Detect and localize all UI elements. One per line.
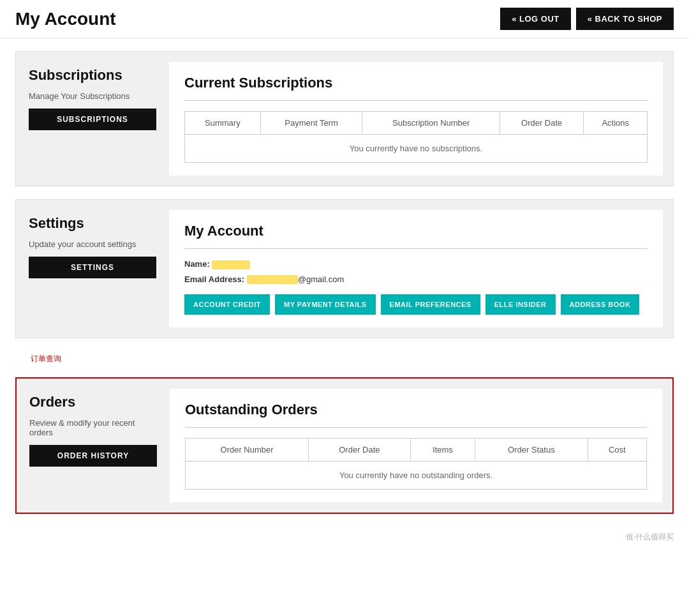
current-subscriptions-heading: Current Subscriptions (184, 75, 648, 91)
orders-description: Review & modify your recent orders (29, 418, 157, 437)
col-payment-term: Payment Term (260, 112, 362, 135)
email-redacted (247, 275, 298, 284)
account-actions: ACCOUNT CREDIT MY PAYMENT DETAILS EMAIL … (184, 294, 648, 315)
subscriptions-right: Current Subscriptions Summary Payment Te… (169, 62, 663, 176)
col-summary: Summary (185, 112, 261, 135)
subscriptions-empty-message: You currently have no subscriptions. (185, 135, 648, 163)
outstanding-orders-heading: Outstanding Orders (185, 402, 647, 418)
logout-button[interactable]: « LOG OUT (500, 8, 571, 30)
orders-left: Orders Review & modify your recent order… (17, 379, 170, 513)
account-email-row: Email Address: @gmail.com (184, 274, 648, 285)
subscriptions-table-header: Summary Payment Term Subscription Number… (185, 112, 648, 135)
account-credit-button[interactable]: ACCOUNT CREDIT (184, 294, 270, 315)
col-subscription-number: Subscription Number (362, 112, 500, 135)
orders-table-body: You currently have no outstanding orders… (186, 462, 647, 490)
elle-insider-button[interactable]: ELLE INSIDER (485, 294, 556, 315)
email-label: Email Address: (184, 274, 244, 284)
watermark: 值·什么值得买 (0, 527, 689, 548)
col-actions: Actions (584, 112, 648, 135)
col-order-date: Order Date (500, 112, 583, 135)
page-title: My Account (15, 9, 116, 29)
back-to-shop-button[interactable]: « BACK TO SHOP (576, 8, 674, 30)
settings-left: Settings Update your account settings SE… (16, 200, 169, 338)
orders-section: Orders Review & modify your recent order… (15, 377, 674, 514)
subscriptions-button[interactable]: SUBSCRIPTIONS (29, 109, 156, 130)
name-label: Name: (184, 259, 210, 269)
col-order-status: Order Status (475, 439, 588, 462)
email-preferences-button[interactable]: EMAIL PREFERENCES (381, 294, 480, 315)
orders-heading: Orders (29, 394, 157, 410)
settings-divider (184, 248, 648, 249)
settings-description: Update your account settings (29, 239, 156, 249)
orders-empty-row: You currently have no outstanding orders… (186, 462, 647, 490)
name-redacted (212, 260, 250, 269)
col-order-number: Order Number (186, 439, 309, 462)
account-name-row: Name: (184, 259, 648, 269)
page-header: My Account « LOG OUT « BACK TO SHOP (0, 0, 689, 38)
watermark-text: 值·什么值得买 (626, 532, 674, 541)
orders-table-header: Order Number Order Date Items Order Stat… (186, 439, 647, 462)
orders-header-row: Order Number Order Date Items Order Stat… (186, 439, 647, 462)
subscriptions-empty-row: You currently have no subscriptions. (185, 135, 648, 163)
orders-empty-message: You currently have no outstanding orders… (186, 462, 647, 490)
subscriptions-divider (184, 100, 648, 101)
my-payment-details-button[interactable]: MY PAYMENT DETAILS (275, 294, 376, 315)
orders-table: Order Number Order Date Items Order Stat… (185, 438, 647, 490)
col-order-date: Order Date (309, 439, 411, 462)
main-content: Subscriptions Manage Your Subscriptions … (0, 38, 689, 527)
order-history-button[interactable]: ORDER HISTORY (29, 445, 157, 467)
orders-annotation: 订单查询 (15, 351, 674, 364)
col-items: Items (410, 439, 475, 462)
subscriptions-left: Subscriptions Manage Your Subscriptions … (16, 52, 169, 186)
address-book-button[interactable]: ADDRESS BOOK (561, 294, 640, 315)
settings-button[interactable]: SETTINGS (29, 257, 156, 278)
settings-heading: Settings (29, 215, 156, 232)
header-actions: « LOG OUT « BACK TO SHOP (500, 8, 674, 30)
orders-divider (185, 427, 647, 428)
subscriptions-heading: Subscriptions (29, 67, 156, 84)
orders-right: Outstanding Orders Order Number Order Da… (170, 389, 662, 502)
settings-section: Settings Update your account settings SE… (15, 199, 674, 338)
col-cost: Cost (588, 439, 646, 462)
account-info: Name: Email Address: @gmail.com (184, 259, 648, 284)
my-account-heading: My Account (184, 223, 648, 239)
subscriptions-header-row: Summary Payment Term Subscription Number… (185, 112, 648, 135)
subscriptions-table: Summary Payment Term Subscription Number… (184, 111, 648, 163)
settings-right: My Account Name: Email Address: @gmail.c… (169, 210, 663, 327)
email-suffix: @gmail.com (298, 274, 344, 284)
subscriptions-section: Subscriptions Manage Your Subscriptions … (15, 51, 674, 186)
subscriptions-table-body: You currently have no subscriptions. (185, 135, 648, 163)
subscriptions-description: Manage Your Subscriptions (29, 91, 156, 101)
